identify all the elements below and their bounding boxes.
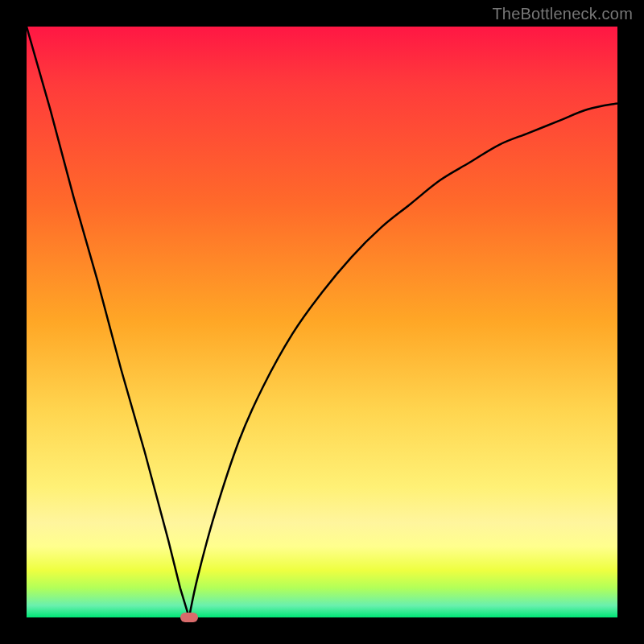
vertex-marker: [180, 613, 198, 622]
curve-path: [27, 27, 617, 617]
watermark-text: TheBottleneck.com: [492, 5, 633, 23]
chart-frame: TheBottleneck.com: [0, 0, 644, 644]
chart-plot-area: [27, 27, 617, 617]
bottleneck-curve: [27, 27, 617, 617]
